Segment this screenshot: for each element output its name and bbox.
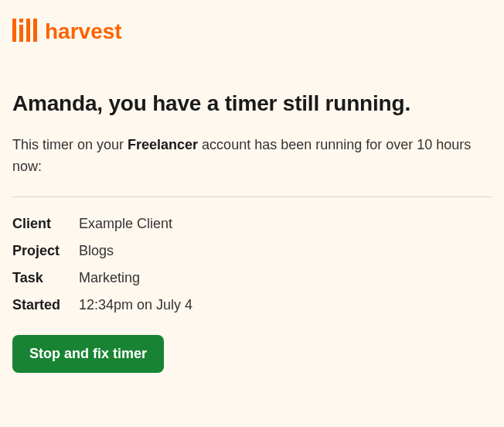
- task-value: Marketing: [79, 270, 492, 286]
- brand-logo: harvest: [12, 19, 492, 45]
- subtext: This timer on your Freelancer account ha…: [12, 135, 492, 178]
- client-label: Client: [12, 216, 79, 232]
- harvest-logo-icon: harvest: [12, 19, 144, 45]
- svg-rect-3: [33, 19, 37, 42]
- started-value: 12:34pm on July 4: [79, 297, 492, 313]
- subtext-prefix: This timer on your: [12, 137, 128, 152]
- client-value: Example Client: [79, 216, 492, 232]
- svg-rect-2: [26, 19, 30, 42]
- project-value: Blogs: [79, 243, 492, 259]
- page-title: Amanda, you have a timer still running.: [12, 91, 492, 116]
- timer-details: Client Example Client Project Blogs Task…: [12, 216, 492, 313]
- svg-rect-4: [19, 19, 23, 22]
- stop-fix-timer-button[interactable]: Stop and fix timer: [12, 335, 164, 373]
- account-name: Freelancer: [128, 137, 198, 152]
- divider: [12, 196, 492, 197]
- svg-rect-0: [12, 19, 16, 42]
- svg-rect-1: [19, 25, 23, 42]
- started-label: Started: [12, 297, 79, 313]
- task-label: Task: [12, 270, 79, 286]
- project-label: Project: [12, 243, 79, 259]
- brand-wordmark: harvest: [45, 19, 122, 43]
